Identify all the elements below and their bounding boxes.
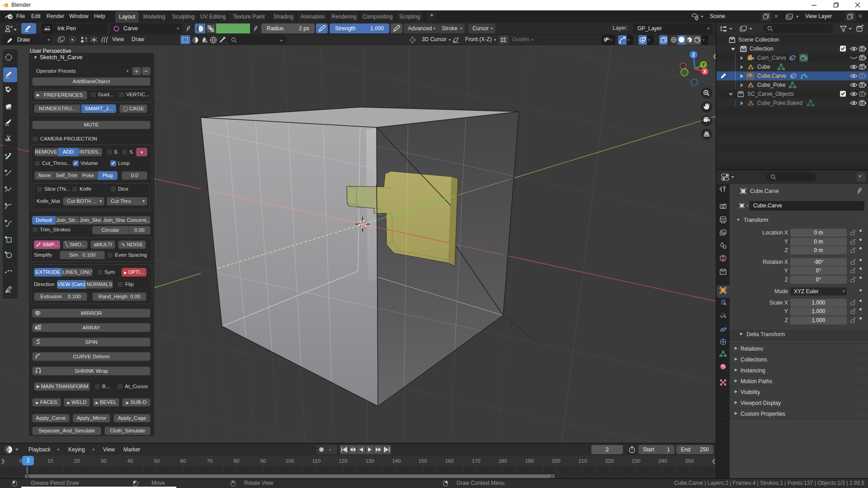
svg-text:Y: Y	[702, 62, 705, 67]
svg-text:X: X	[703, 69, 707, 74]
svg-text:Z: Z	[692, 52, 695, 57]
